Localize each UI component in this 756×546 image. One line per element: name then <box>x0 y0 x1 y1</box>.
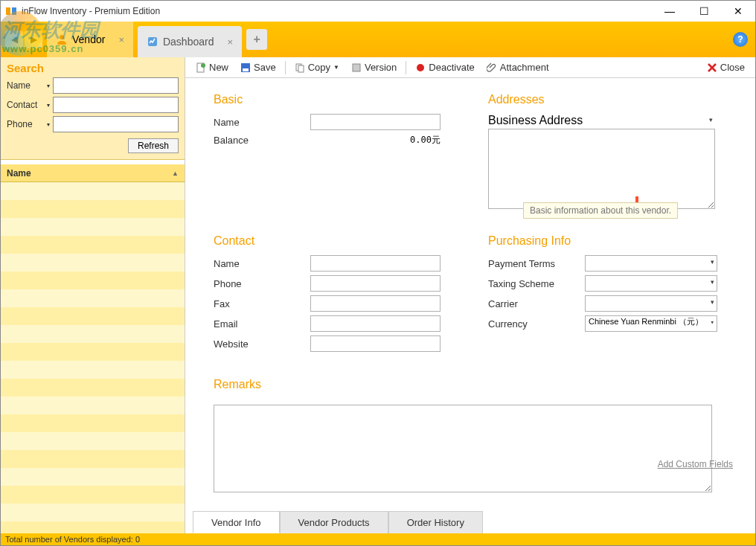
svg-rect-9 <box>298 65 304 72</box>
attachment-button[interactable]: Attachment <box>482 59 554 77</box>
close-button[interactable]: Close <box>702 59 749 77</box>
currency-select[interactable]: Chinese Yuan Renminbi （元） <box>585 315 717 332</box>
taxing-scheme-label: Taxing Scheme <box>488 278 585 289</box>
bottom-tabs: Vendor Info Vendor Products Order Histor… <box>193 511 755 533</box>
svg-rect-1 <box>12 7 16 15</box>
contact-fax-input[interactable] <box>310 295 441 312</box>
add-custom-fields-link[interactable]: Add Custom Fields <box>658 459 733 469</box>
nav-back-button[interactable]: ◀ <box>5 30 23 48</box>
contact-name-label: Name <box>214 258 310 269</box>
topbar: ◀ ▶ Vendor × Dashboard × + ? <box>1 22 755 57</box>
column-name: Name <box>7 168 172 179</box>
help-icon[interactable]: ? <box>733 32 748 47</box>
basic-name-label: Name <box>214 117 310 128</box>
sort-icon: ▲ <box>172 170 179 177</box>
basic-tooltip: Basic information about this vendor. <box>523 202 678 219</box>
tab-order-history[interactable]: Order History <box>388 511 483 533</box>
tab-close-icon[interactable]: × <box>227 36 233 48</box>
search-panel: Search Name ▾ Contact ▾ Phone ▾ Refresh <box>1 57 185 160</box>
search-contact-input[interactable] <box>53 97 179 113</box>
basic-name-input[interactable] <box>310 114 441 130</box>
tab-vendor[interactable]: Vendor × <box>47 22 133 57</box>
content-toolbar: New Save Copy ▼ Version Deactivate <box>185 57 755 78</box>
vendor-list[interactable] <box>1 182 185 533</box>
save-icon <box>240 62 251 73</box>
app-icon <box>5 5 17 17</box>
remarks-textarea[interactable] <box>214 405 712 492</box>
contact-email-label: Email <box>214 318 310 330</box>
add-tab-button[interactable]: + <box>246 29 267 50</box>
payment-terms-label: Payment Terms <box>488 258 585 269</box>
contact-phone-label: Phone <box>214 278 310 289</box>
tab-close-icon[interactable]: × <box>118 34 124 45</box>
taxing-scheme-select[interactable] <box>585 275 717 292</box>
search-phone-input[interactable] <box>53 116 179 132</box>
tab-vendor-products[interactable]: Vendor Products <box>280 511 388 533</box>
new-button[interactable]: New <box>191 59 233 77</box>
version-button[interactable]: Version <box>347 59 401 77</box>
list-header[interactable]: Name ▲ <box>1 164 185 182</box>
basic-balance-value: 0.00元 <box>310 134 441 147</box>
sidebar: Search Name ▾ Contact ▾ Phone ▾ Refresh … <box>1 57 185 533</box>
svg-rect-0 <box>6 7 10 15</box>
section-addresses: Addresses <box>488 93 733 106</box>
content: New Save Copy ▼ Version Deactivate <box>185 57 755 533</box>
titlebar: inFlow Inventory - Premium Edition — ☐ ✕ <box>1 1 755 22</box>
contact-website-label: Website <box>214 338 310 350</box>
payment-terms-select[interactable] <box>585 255 717 272</box>
currency-label: Currency <box>488 318 585 330</box>
dropdown-icon[interactable]: ▾ <box>47 121 53 128</box>
contact-fax-label: Fax <box>214 298 310 309</box>
section-remarks: Remarks <box>214 378 733 391</box>
window-title: inFlow Inventory - Premium Edition <box>22 6 653 16</box>
copy-button[interactable]: Copy ▼ <box>290 59 344 77</box>
version-icon <box>351 62 362 73</box>
tab-vendor-info[interactable]: Vendor Info <box>193 511 280 533</box>
tab-label: Dashboard <box>163 36 214 48</box>
address-textarea[interactable] <box>488 129 715 209</box>
svg-rect-7 <box>243 68 249 71</box>
contact-phone-input[interactable] <box>310 275 441 292</box>
tab-dashboard[interactable]: Dashboard × <box>138 26 242 57</box>
close-window-button[interactable]: ✕ <box>721 1 755 22</box>
section-basic: Basic <box>214 93 458 106</box>
contact-website-input[interactable] <box>310 335 441 352</box>
carrier-label: Carrier <box>488 298 585 309</box>
refresh-button[interactable]: Refresh <box>128 138 179 153</box>
new-icon <box>196 62 206 73</box>
section-contact: Contact <box>214 234 458 248</box>
search-name-input[interactable] <box>53 77 179 94</box>
statusbar: Total number of Vendors displayed: 0 <box>1 533 755 546</box>
dashboard-icon <box>147 36 158 48</box>
search-title: Search <box>7 62 179 74</box>
contact-email-input[interactable] <box>310 315 441 332</box>
search-name-label: Name <box>7 80 47 91</box>
basic-balance-label: Balance <box>214 135 310 146</box>
deactivate-icon <box>415 62 426 73</box>
svg-point-5 <box>201 63 205 68</box>
maximize-button[interactable]: ☐ <box>687 1 721 22</box>
search-phone-label: Phone <box>7 119 47 129</box>
close-icon <box>707 62 717 73</box>
contact-name-input[interactable] <box>310 255 441 272</box>
svg-point-2 <box>60 35 64 39</box>
deactivate-button[interactable]: Deactivate <box>411 59 478 77</box>
dropdown-icon[interactable]: ▾ <box>47 102 53 109</box>
save-button[interactable]: Save <box>236 59 281 77</box>
form-area: Basic information about this vendor. Bas… <box>185 78 755 511</box>
carrier-select[interactable] <box>585 295 717 312</box>
tab-label: Vendor <box>72 33 105 45</box>
dropdown-icon[interactable]: ▾ <box>47 83 53 89</box>
copy-icon <box>295 62 305 73</box>
svg-rect-10 <box>353 64 360 71</box>
svg-point-11 <box>417 64 424 71</box>
minimize-button[interactable]: — <box>653 1 687 22</box>
paperclip-icon <box>487 62 497 73</box>
search-contact-label: Contact <box>7 100 47 110</box>
address-type-select[interactable]: Business Address <box>488 114 715 127</box>
vendor-icon <box>56 33 68 45</box>
section-purchasing: Purchasing Info <box>488 234 733 248</box>
nav-forward-button[interactable]: ▶ <box>25 30 42 48</box>
chevron-down-icon: ▼ <box>333 64 339 71</box>
